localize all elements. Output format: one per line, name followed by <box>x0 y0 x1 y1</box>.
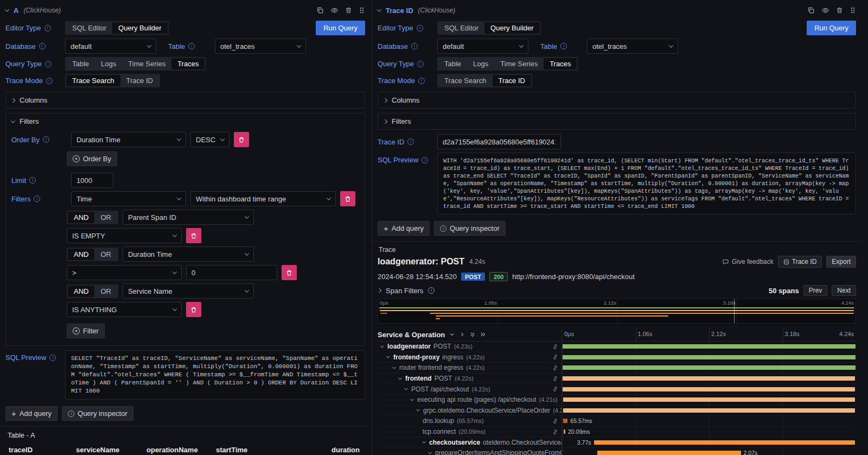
trace-minimap[interactable]: 0μs 1.06s 2.12s 3.18s 4.24s <box>378 299 856 324</box>
bool-and[interactable]: AND <box>68 249 94 260</box>
limit-input[interactable] <box>71 173 113 188</box>
duplicate-query-icon[interactable] <box>316 7 324 14</box>
query-type-logs[interactable]: Logs <box>467 58 494 69</box>
span-link-icon[interactable] <box>552 376 561 382</box>
remove-filter-button[interactable] <box>186 302 201 317</box>
span-link-icon[interactable] <box>552 365 561 371</box>
span-row[interactable]: frontendPOST(4.22s) <box>378 374 856 384</box>
query-type-traces[interactable]: Traces <box>544 58 577 69</box>
trace-id-input[interactable] <box>437 134 561 149</box>
give-feedback-button[interactable]: Give feedback <box>722 258 774 266</box>
span-bar[interactable] <box>563 355 856 359</box>
columns-section-header[interactable]: Columns <box>11 96 359 104</box>
col-starttime[interactable]: startTime <box>213 443 314 455</box>
span-row[interactable]: frontend-proxyingress(4.22s) <box>378 352 856 363</box>
columns-section-header[interactable]: Columns <box>384 96 850 104</box>
drag-query-grip-icon[interactable] <box>359 7 365 14</box>
database-select[interactable]: default <box>65 39 156 54</box>
trace-mode-trace-id[interactable]: Trace ID <box>120 75 159 86</box>
span-row[interactable]: grpc.oteldemo.CheckoutService/PlaceOrder… <box>378 406 856 416</box>
span-link-icon[interactable] <box>552 354 561 360</box>
filter-2-value-input[interactable] <box>186 265 277 280</box>
collapse-all-icon[interactable] <box>469 331 476 338</box>
collapse-query-icon[interactable] <box>5 7 9 11</box>
span-expand-chevron-icon[interactable] <box>422 440 426 444</box>
span-link-icon[interactable] <box>552 386 561 392</box>
bool-or[interactable]: OR <box>94 249 117 260</box>
add-query-button[interactable]: +Add query <box>378 221 430 236</box>
span-bar[interactable] <box>563 387 855 391</box>
span-bar[interactable] <box>563 376 855 381</box>
editor-type-sql-editor[interactable]: SQL Editor <box>438 22 484 34</box>
query-type-table[interactable]: Table <box>438 58 467 69</box>
remove-filter-button[interactable] <box>340 191 355 206</box>
duplicate-query-icon[interactable] <box>807 7 815 14</box>
expand-all-icon[interactable] <box>480 331 486 338</box>
span-bar[interactable] <box>597 451 741 455</box>
filter-2-operator-select[interactable]: > <box>67 265 182 280</box>
filter-3-operator-select[interactable]: IS ANYTHING <box>67 302 182 317</box>
editor-type-query-builder[interactable]: Query Builder <box>484 22 539 34</box>
span-row[interactable]: router frontend egress(4.22s) <box>378 363 856 374</box>
span-filters-chevron-icon[interactable] <box>377 288 381 293</box>
span-name-cell[interactable]: checkoutserviceoteldemo.CheckoutService/… <box>378 437 562 447</box>
span-name-cell[interactable]: frontendPOST(4.22s) <box>378 374 562 384</box>
query-type-time-series[interactable]: Time Series <box>122 58 171 69</box>
add-order-by-button[interactable]: +Order By <box>67 151 117 166</box>
table-select[interactable]: otel_traces <box>215 39 306 54</box>
span-row[interactable]: loadgeneratorPOST(4.23s) <box>378 342 856 352</box>
hide-query-eye-icon[interactable] <box>330 7 339 14</box>
hide-query-eye-icon[interactable] <box>821 7 829 14</box>
filter-time-field-select[interactable]: Time <box>71 191 186 206</box>
span-name-cell[interactable]: tcp.connect(20.09ms) <box>378 427 562 437</box>
col-operationname[interactable]: operationName <box>143 443 213 455</box>
span-link-icon[interactable] <box>552 344 561 350</box>
span-name-cell[interactable]: loadgeneratorPOST(4.23s) <box>378 342 562 352</box>
trace-mode-trace-id[interactable]: Trace ID <box>493 75 531 86</box>
span-expand-chevron-icon[interactable] <box>416 408 420 412</box>
span-row[interactable]: executing api route (pages) /api/checkou… <box>378 395 856 406</box>
span-expand-chevron-icon[interactable] <box>404 387 408 390</box>
filters-section-header[interactable]: Filters <box>384 117 850 125</box>
span-row[interactable]: POST /api/checkout(4.22s) <box>378 384 856 395</box>
minimap-cursor[interactable] <box>734 299 735 323</box>
span-bar[interactable] <box>563 344 856 349</box>
delete-query-trash-icon[interactable] <box>345 7 352 14</box>
filter-1-field-select[interactable]: Parent Span ID <box>123 210 254 225</box>
bool-or[interactable]: OR <box>94 212 117 223</box>
trace-mode-trace-search[interactable]: Trace Search <box>438 75 493 86</box>
span-name-cell[interactable]: router frontend egress(4.22s) <box>378 363 562 373</box>
span-bar[interactable] <box>563 408 855 413</box>
span-row[interactable]: tcp.connect(20.09ms)20.09ms <box>378 427 856 438</box>
span-name-cell[interactable]: grpc.oteldemo.CheckoutService/PlaceOrder… <box>378 406 562 416</box>
add-filter-button[interactable]: +Filter <box>67 324 105 338</box>
filter-time-operator-select[interactable]: Within dashboard time range <box>190 191 336 206</box>
bool-or[interactable]: OR <box>94 286 117 297</box>
span-expand-chevron-icon[interactable] <box>398 376 402 380</box>
next-button[interactable]: Next <box>832 285 856 296</box>
export-button[interactable]: Export <box>826 256 856 268</box>
span-row[interactable]: checkoutserviceoteldemo.CheckoutService/… <box>378 437 856 448</box>
span-expand-chevron-icon[interactable] <box>380 344 384 347</box>
remove-filter-button[interactable] <box>186 228 201 243</box>
query-type-table[interactable]: Table <box>66 58 95 69</box>
span-bar[interactable] <box>594 440 856 445</box>
filter-2-field-select[interactable]: Duration Time <box>123 247 254 262</box>
remove-order-by-button[interactable] <box>234 132 249 147</box>
prev-button[interactable]: Prev <box>803 285 828 296</box>
expand-one-icon[interactable] <box>459 331 465 338</box>
bool-and[interactable]: AND <box>68 212 94 223</box>
editor-type-query-builder[interactable]: Query Builder <box>112 22 167 34</box>
database-select[interactable]: default <box>437 39 528 54</box>
span-bar[interactable] <box>563 419 567 423</box>
span-expand-chevron-icon[interactable] <box>392 365 396 369</box>
editor-type-sql-editor[interactable]: SQL Editor <box>66 22 112 34</box>
filter-1-operator-select[interactable]: IS EMPTY <box>67 228 182 243</box>
span-expand-chevron-icon[interactable] <box>386 355 390 358</box>
trace-id-button[interactable]: Trace ID <box>778 256 822 268</box>
span-link-icon[interactable] <box>552 418 561 424</box>
col-duration[interactable]: duration <box>314 443 365 455</box>
span-name-cell[interactable]: POST /api/checkout(4.22s) <box>378 384 562 394</box>
span-row[interactable]: prepareOrderItemsAndShippingQuoteFromCar… <box>378 448 856 455</box>
span-expand-chevron-icon[interactable] <box>410 397 414 401</box>
